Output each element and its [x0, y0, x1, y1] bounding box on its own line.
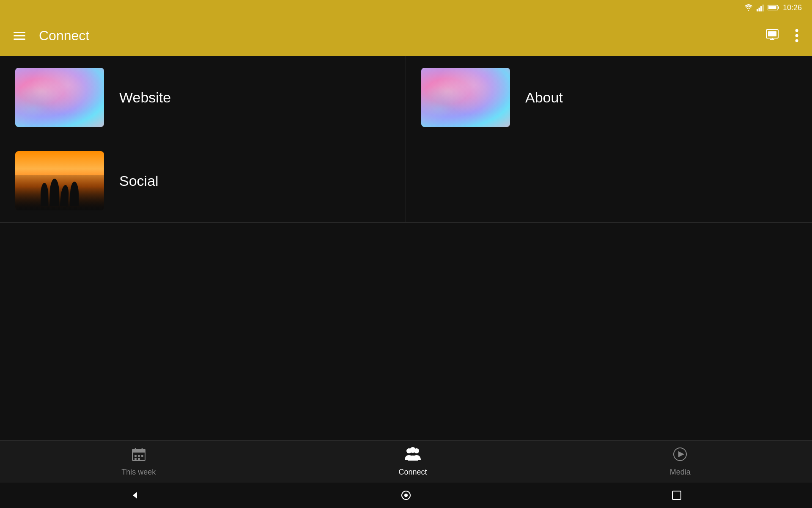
svg-point-12	[796, 34, 798, 37]
grid-container: Website About Social	[0, 56, 812, 223]
svg-rect-32	[672, 491, 681, 500]
chat-icon	[765, 28, 780, 43]
nav-item-media[interactable]: Media	[653, 443, 708, 480]
svg-rect-5	[778, 6, 779, 9]
social-thumb-image	[15, 151, 104, 210]
nav-item-this-week[interactable]: This week	[104, 443, 173, 480]
bottom-navigation: This week Connect Media	[0, 440, 812, 483]
about-thumbnail	[421, 68, 510, 127]
figure-3	[60, 185, 69, 206]
figure-1	[41, 183, 48, 206]
back-icon	[130, 490, 140, 500]
empty-grid-item	[406, 139, 812, 223]
battery-icon	[768, 4, 779, 11]
svg-point-26	[410, 447, 416, 453]
about-thumb-image	[421, 68, 510, 127]
svg-rect-6	[768, 6, 776, 9]
status-icons: 10:26	[744, 3, 802, 12]
calendar-icon	[131, 447, 146, 465]
home-icon	[401, 490, 411, 500]
svg-point-11	[796, 29, 798, 32]
svg-rect-1	[758, 8, 760, 11]
app-bar: Connect	[0, 15, 812, 56]
nav-item-connect[interactable]: Connect	[381, 443, 444, 480]
back-button[interactable]	[105, 487, 166, 504]
more-options-button[interactable]	[792, 25, 802, 47]
svg-marker-28	[678, 451, 684, 457]
svg-rect-21	[141, 455, 143, 457]
recent-apps-button[interactable]	[646, 487, 707, 504]
app-bar-actions	[761, 25, 802, 47]
more-options-icon	[795, 28, 798, 43]
about-grid-item[interactable]: About	[406, 56, 812, 139]
svg-rect-0	[757, 9, 758, 11]
svg-point-13	[796, 39, 798, 42]
svg-point-31	[404, 494, 408, 497]
svg-rect-19	[134, 455, 137, 457]
status-time: 10:26	[783, 3, 802, 12]
this-week-nav-label: This week	[121, 468, 156, 477]
play-circle-icon	[672, 447, 688, 465]
svg-rect-8	[768, 31, 776, 36]
main-content: Website About Social	[0, 56, 812, 440]
website-thumbnail	[15, 68, 104, 127]
media-nav-label: Media	[670, 468, 691, 477]
svg-rect-20	[138, 455, 140, 457]
signal-icon	[757, 4, 764, 11]
home-button[interactable]	[376, 487, 436, 504]
recent-apps-icon	[672, 490, 682, 500]
website-label: Website	[119, 89, 171, 106]
website-thumb-image	[15, 68, 104, 127]
svg-rect-23	[138, 458, 140, 460]
social-grid-item[interactable]: Social	[0, 139, 406, 223]
connect-nav-label: Connect	[398, 468, 427, 477]
figure-2	[50, 179, 59, 206]
svg-rect-22	[134, 458, 137, 460]
app-title: Connect	[39, 28, 761, 44]
svg-rect-2	[760, 6, 762, 11]
svg-marker-29	[133, 492, 137, 499]
chat-icon-button[interactable]	[761, 25, 783, 47]
website-grid-item[interactable]: Website	[0, 56, 406, 139]
hamburger-line-1	[14, 32, 25, 33]
svg-rect-16	[132, 451, 145, 453]
system-navigation-bar	[0, 483, 812, 508]
hamburger-line-3	[14, 39, 25, 40]
silhouette-figures	[41, 179, 79, 206]
hamburger-line-2	[14, 35, 25, 36]
social-thumbnail	[15, 151, 104, 210]
svg-rect-3	[762, 5, 764, 11]
people-icon	[404, 447, 422, 465]
status-bar: 10:26	[0, 0, 812, 15]
social-label: Social	[119, 173, 159, 189]
about-label: About	[525, 89, 563, 106]
wifi-icon	[744, 4, 753, 11]
hamburger-menu-button[interactable]	[10, 28, 29, 43]
figure-4	[70, 182, 79, 206]
